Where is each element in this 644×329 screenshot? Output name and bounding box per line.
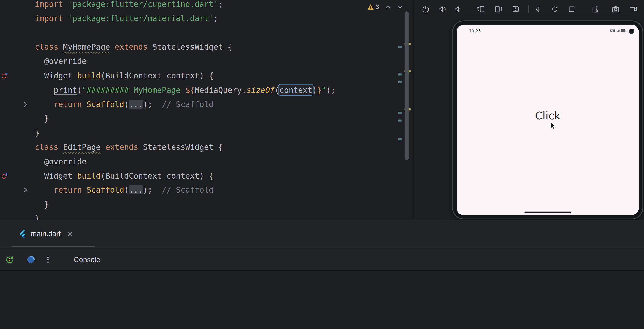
code-line[interactable]: Widget build(BuildContext context) {: [35, 169, 336, 183]
stripe-mark-info[interactable]: [398, 120, 402, 121]
code-line[interactable]: }: [35, 112, 336, 126]
code-line[interactable]: }: [35, 212, 336, 220]
app-body-text[interactable]: Click: [457, 110, 638, 122]
rerun-button[interactable]: [3, 253, 16, 266]
stripe-mark-info[interactable]: [398, 138, 402, 140]
volume-down-button[interactable]: [453, 4, 463, 14]
camera-punch-hole-icon: [629, 29, 634, 34]
home-icon: [550, 5, 559, 14]
code-line[interactable]: }: [35, 197, 336, 211]
override-method-icon[interactable]: [1, 72, 9, 80]
rotate-left-button[interactable]: [476, 4, 486, 14]
status-clock: 10:25: [469, 29, 481, 33]
code-line[interactable]: [35, 26, 336, 40]
more-options-button[interactable]: [42, 253, 54, 266]
code-area[interactable]: import 'package:flutter/cupertino.dart';…: [35, 0, 336, 220]
screenshot-icon: [611, 5, 620, 14]
toolbar-separator: [528, 5, 528, 13]
status-bar-right: LTE: [610, 29, 626, 33]
code-line[interactable]: @override: [35, 54, 336, 69]
screenshot-button[interactable]: [610, 4, 620, 14]
power-icon: [421, 5, 430, 14]
code-line[interactable]: import 'package:flutter/cupertino.dart';: [35, 0, 336, 12]
console-toolbar: Console: [0, 249, 644, 271]
volume-up-icon: [438, 5, 447, 14]
override-method-icon[interactable]: [1, 172, 9, 179]
overview-icon: [567, 5, 576, 14]
code-line[interactable]: print("######### MyHomePage ${MediaQuery…: [35, 83, 336, 97]
home-button[interactable]: [550, 4, 559, 14]
code-line[interactable]: class EditPage extends StatelessWidget {: [35, 140, 336, 155]
emulator-device-frame: 10:25 LTE Click: [452, 21, 643, 219]
code-editor[interactable]: import 'package:flutter/cupertino.dart';…: [0, 0, 414, 220]
tab-strip-scrollbar[interactable]: [12, 246, 95, 247]
code-line[interactable]: class MyHomePage extends StatelessWidget…: [35, 40, 336, 54]
code-line[interactable]: return Scaffold(...); // Scaffold: [35, 97, 336, 112]
tab-console[interactable]: Console: [74, 249, 100, 271]
close-tab-icon[interactable]: [67, 231, 73, 237]
warning-icon[interactable]: [367, 4, 374, 10]
volume-up-button[interactable]: [438, 4, 447, 14]
power-button[interactable]: [421, 4, 430, 14]
code-line[interactable]: }: [35, 126, 336, 140]
run-tab-label: main.dart: [31, 230, 61, 238]
fold-chevron-icon[interactable]: [24, 187, 28, 193]
warning-count[interactable]: 3: [376, 4, 379, 10]
fold-button[interactable]: [510, 4, 520, 14]
app-device-button[interactable]: [25, 253, 37, 266]
screen-record-icon: [628, 5, 637, 14]
rotate-right-icon: [494, 5, 502, 14]
editor-gutter: [0, 0, 35, 220]
signal-icon: [616, 29, 620, 33]
console-output[interactable]: [0, 271, 644, 329]
back-icon: [533, 5, 542, 14]
code-line[interactable]: import 'package:flutter/material.dart';: [35, 12, 336, 26]
fold-icon: [511, 5, 520, 14]
code-line[interactable]: Widget build(BuildContext context) {: [35, 69, 336, 83]
run-tool-window: main.dart: [0, 220, 644, 329]
rerun-icon: [5, 255, 14, 264]
ide-window: import 'package:flutter/cupertino.dart';…: [0, 0, 644, 329]
battery-icon: [620, 29, 626, 33]
rotate-right-button[interactable]: [493, 4, 503, 14]
rotate-left-icon: [477, 5, 485, 14]
screen-record-button[interactable]: [628, 4, 638, 14]
back-button[interactable]: [532, 4, 542, 14]
stripe-mark-info[interactable]: [398, 81, 402, 83]
stripe-mark-info[interactable]: [398, 74, 402, 75]
network-label: LTE: [610, 29, 615, 33]
run-tab-main-dart[interactable]: main.dart: [14, 220, 78, 248]
code-line[interactable]: return Scaffold(...); // Scaffold: [35, 183, 336, 197]
device-settings-button[interactable]: [590, 4, 600, 14]
mouse-cursor-icon: [550, 122, 556, 130]
volume-down-icon: [454, 5, 462, 14]
fold-chevron-icon[interactable]: [24, 101, 28, 108]
dart-app-icon: [26, 255, 35, 264]
kebab-menu-icon: [44, 256, 52, 263]
device-settings-icon: [590, 5, 599, 14]
emulator-screen[interactable]: 10:25 LTE Click: [457, 25, 638, 215]
gesture-nav-pill[interactable]: [524, 212, 571, 213]
editor-scrollbar[interactable]: [405, 12, 409, 160]
overview-button[interactable]: [566, 4, 576, 14]
flutter-icon: [19, 229, 26, 238]
code-line[interactable]: @override: [35, 155, 336, 169]
prev-issue-icon[interactable]: [385, 4, 391, 10]
inspection-widget: 3: [367, 3, 403, 11]
run-tab-strip: main.dart: [0, 220, 644, 248]
stripe-mark-info[interactable]: [398, 46, 402, 48]
running-devices-panel: 10:25 LTE Click: [414, 0, 644, 220]
stripe-mark-info[interactable]: [398, 112, 402, 114]
